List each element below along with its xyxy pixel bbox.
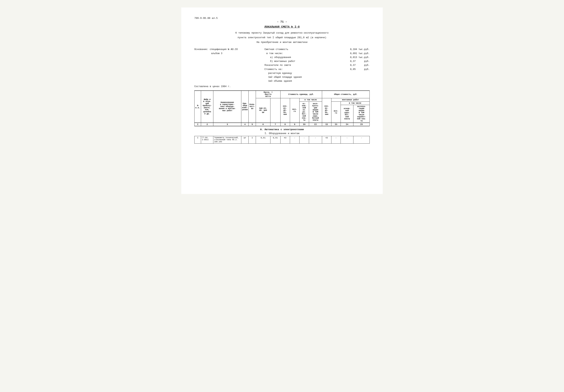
col-num-10: IO (299, 123, 309, 126)
col-num-12: I2 (322, 123, 331, 126)
header-total-ekspl: эксплуа- тации машин В ТОМ числе заработ… (353, 105, 370, 123)
doc-id: 709-9-96.88 ал.5 (194, 17, 370, 20)
col-num-5: 5 (249, 123, 256, 126)
cost-including: в том числе: (265, 52, 331, 56)
info-right: 0,104 тыс.руб. 0,091 тыс.руб. 0,013 тыс.… (331, 48, 370, 83)
subtitle-line2: пункта электросетей тип I общей площадью… (194, 36, 370, 40)
col-num-9: 9 (290, 123, 299, 126)
table-row: I Г7-04I-OOII Термометр технический, сте… (195, 136, 370, 143)
value-m3-line: 0,05 руб. (331, 68, 370, 71)
col-num-15: I5 (353, 123, 370, 126)
doc-title: ЛОКАЛЬНАЯ СМЕТА № I-8 (194, 25, 370, 28)
page-number: - 71 - (194, 20, 370, 24)
table-header-row1: № п.п. Шифр и № пози- ций прейску- ранта… (195, 91, 370, 98)
header-osnov-zarplata: ос- нов- ной за- ра- бот- ной пла- ты (299, 101, 309, 123)
header-col5: Коли- чест- во (249, 91, 256, 123)
main-table: № п.п. Шифр и № пози- ций прейску- ранта… (194, 90, 370, 144)
header-total-all: все- го (331, 101, 340, 123)
cost-per-m3: 1м3 объема здания (265, 79, 331, 83)
section-1-title: I. Оборудование и монтаж (195, 132, 370, 136)
row1-qty: I (249, 136, 256, 143)
row1-total-obo: 43 (322, 136, 331, 143)
section-1-row: I. Оборудование и монтаж (195, 132, 370, 136)
header-total: Общая стоимость, руб. (322, 91, 369, 98)
compiled-line: Составлена в ценах 1984 г. (194, 85, 370, 88)
header-price-including: в том числе (299, 98, 322, 101)
row1-name: Термометр технический, стеклянный типа П… (213, 136, 241, 143)
info-block: Основание: спецификация № АО.СО альбом 3… (194, 48, 370, 83)
cost-b: б) монтажных работ (265, 59, 331, 63)
row1-price-all: - (290, 136, 299, 143)
section-a-title: А. Автоматика с электрокотлами (195, 126, 370, 132)
col-num-13: I3 (331, 123, 340, 126)
subtitle-line1: К типовому проекту Закрытый склад для ре… (194, 31, 370, 35)
basis-label: Основание: спецификация № АО.СО (194, 48, 265, 52)
header-total-obo: ооо- ру- до- ва- ния (322, 98, 331, 123)
cost-per-unit: расчетную единицу (265, 71, 331, 75)
header-montage: монтажных работ (331, 98, 369, 101)
header-mass-unit: еди-оо- ни- щая цы (256, 98, 270, 123)
row1-mass-unit: 0,01 (256, 136, 270, 143)
col-num-8: 8 (280, 123, 290, 126)
page: 709-9-96.88 ал.5 - 71 - ЛОКАЛЬНАЯ СМЕТА … (181, 7, 383, 194)
cost-montage: 0,013 тыс.руб. (331, 56, 370, 59)
row1-total-osnov: - (341, 136, 353, 143)
indicators-label: Показатели по смете (265, 63, 331, 67)
row1-price-ekspl: - (309, 136, 322, 143)
value-unit: 0,37 (350, 60, 356, 63)
header-price-obo: ооо- ру- до- ва- ния (280, 98, 290, 123)
cost-per-label: Стоимость на: (265, 68, 331, 71)
col-num-14: I4 (341, 123, 353, 126)
column-numbers-row: I 2 3 4 5 6 7 8 9 IO II I2 I3 I4 I5 (195, 123, 370, 126)
col-num-3: 3 (213, 123, 241, 126)
cost-a: а) оборудования (265, 56, 331, 59)
header-col1: № п.п. (195, 91, 201, 123)
row1-total-all: - (331, 136, 340, 143)
header-mass-total (270, 98, 280, 123)
col-num-6: 6 (256, 123, 270, 126)
header-total-osnov: основ- ной зара- бот- ной платы (341, 105, 353, 123)
row1-mass-total: 0,01 (270, 136, 280, 143)
header-price-all: все- го (290, 98, 299, 123)
cost-label: Сметная стоимость (265, 48, 331, 52)
unit-rub3: руб. (364, 68, 370, 71)
info-left: Основание: спецификация № АО.СО альбом 3 (194, 48, 265, 83)
header-col4: Еди- ница изме- рения (241, 91, 249, 123)
header-mass: Масса, т брутто нетто (256, 91, 280, 98)
row1-num: I (195, 136, 201, 143)
row1-unit: шт (241, 136, 249, 143)
row1-code: Г7-04I-OOII (201, 136, 213, 143)
info-center: Сметная стоимость в том числе: а) оборуд… (265, 48, 331, 83)
unit-rub2: руб. (364, 64, 370, 67)
value-m2-line: 0,37 руб. (331, 63, 370, 67)
col-num-7: 7 (270, 123, 280, 126)
header-col3: Наименование и характерис- тика оборудо-… (213, 91, 241, 123)
unit-rub1: руб. (364, 60, 370, 63)
subtitle-line3: На приобретение и монтаж автоматики (194, 41, 370, 44)
cost-total: 0,104 тыс.руб. (331, 48, 370, 52)
row1-total-ekspl: - (353, 136, 370, 143)
cost-equipment: 0,091 тыс.руб. (331, 52, 370, 56)
header-price: Стоимость единицы, руб. (280, 91, 322, 98)
row1-price-osnov: - (299, 136, 309, 143)
header-ekspl-machine: эксп- луата- ции машин В ТОМ числе зара-… (309, 101, 322, 123)
col-num-11: II (309, 123, 322, 126)
row1-price-obo: 43 (280, 136, 290, 143)
value-unit-line: 0,37 руб. (331, 59, 370, 63)
col-num-4: 4 (241, 123, 249, 126)
value-m3: 0,05 (350, 68, 356, 71)
basis-album: альбом 3 (194, 52, 265, 56)
cost-per-m2: 1м2 общей площади здания (265, 75, 331, 79)
value-m2: 0,37 (350, 64, 356, 67)
header-total-including: в том числе (341, 101, 370, 105)
col-num-2: 2 (201, 123, 213, 126)
header-col2: Шифр и № пози- ций прейску- ранта, УСН, … (201, 91, 213, 123)
section-a-row: А. Автоматика с электрокотлами (195, 126, 370, 132)
col-num-1: I (195, 123, 201, 126)
